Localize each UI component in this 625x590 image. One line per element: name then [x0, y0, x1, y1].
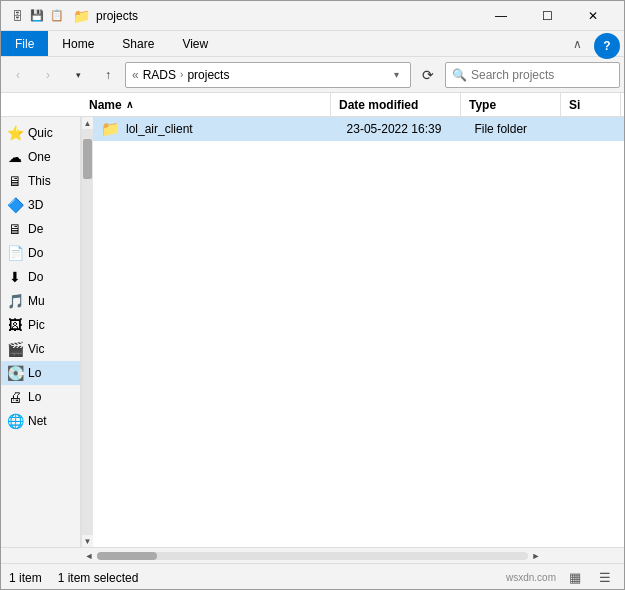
- col-header-date[interactable]: Date modified: [331, 93, 461, 116]
- refresh-button[interactable]: ⟳: [415, 62, 441, 88]
- scroll-up-button[interactable]: ▲: [82, 117, 94, 129]
- sidebar-label-local-drive: Lo: [28, 390, 41, 404]
- sidebar-item-local-disk[interactable]: 💽 Lo: [1, 361, 80, 385]
- window-title: projects: [96, 9, 478, 23]
- content-wrapper: ⭐ Quic ☁ One 🖥 This 🔷 3D 🖥 De 📄 Do ⬇ Do …: [1, 117, 624, 547]
- breadcrumb-rads: RADS: [143, 68, 176, 82]
- sidebar-label-quick-access: Quic: [28, 126, 53, 140]
- help-button[interactable]: ?: [594, 33, 620, 59]
- title-bar-system-icons: 🗄 💾 📋: [9, 8, 65, 24]
- h-scroll-thumb: [97, 552, 157, 560]
- recent-locations-button[interactable]: ▾: [65, 62, 91, 88]
- vertical-scrollbar[interactable]: ▲ ▼: [81, 117, 93, 547]
- quick-access-icon: 🗄: [9, 8, 25, 24]
- h-scroll-right-button[interactable]: ►: [528, 548, 544, 564]
- pictures-icon: 🖼: [7, 317, 23, 333]
- sidebar: ⭐ Quic ☁ One 🖥 This 🔷 3D 🖥 De 📄 Do ⬇ Do …: [1, 117, 81, 547]
- sidebar-label-local-disk: Lo: [28, 366, 41, 380]
- onedrive-icon: ☁: [7, 149, 23, 165]
- documents-icon: 📄: [7, 245, 23, 261]
- folder-icon: 📁: [101, 120, 120, 138]
- breadcrumb-projects: projects: [187, 68, 229, 82]
- desktop-icon: 🖥: [7, 221, 23, 237]
- window-controls: — ☐ ✕: [478, 1, 616, 31]
- local-drive-icon: 🖨: [7, 389, 23, 405]
- horizontal-scrollbar[interactable]: ◄ ►: [1, 547, 624, 563]
- selected-count: 1 item selected: [58, 571, 139, 585]
- sidebar-item-music[interactable]: 🎵 Mu: [1, 289, 80, 313]
- forward-button[interactable]: ›: [35, 62, 61, 88]
- file-type-cell: File folder: [466, 117, 564, 141]
- ribbon-expand-button[interactable]: ∧: [565, 31, 590, 56]
- h-scroll-track: [97, 552, 528, 560]
- column-headers: Name ∧ Date modified Type Si: [1, 93, 624, 117]
- sidebar-label-videos: Vic: [28, 342, 44, 356]
- file-area: 📁 lol_air_client 23-05-2022 16:39 File f…: [93, 117, 624, 547]
- status-right: wsxdn.com ▦ ☰: [506, 567, 616, 589]
- undo-icon: 📋: [49, 8, 65, 24]
- col-header-name[interactable]: Name ∧: [81, 93, 331, 116]
- item-count: 1 item: [9, 571, 42, 585]
- sidebar-item-quick-access[interactable]: ⭐ Quic: [1, 121, 80, 145]
- sidebar-label-network: Net: [28, 414, 47, 428]
- sidebar-item-pictures[interactable]: 🖼 Pic: [1, 313, 80, 337]
- sidebar-label-music: Mu: [28, 294, 45, 308]
- sidebar-label-desktop: De: [28, 222, 43, 236]
- folder-title-icon: 📁: [73, 8, 90, 24]
- tab-home[interactable]: Home: [48, 31, 108, 56]
- scroll-track: [82, 129, 93, 535]
- col-header-type[interactable]: Type: [461, 93, 561, 116]
- view-details-button[interactable]: ☰: [594, 567, 616, 589]
- sidebar-label-documents: Do: [28, 246, 43, 260]
- sidebar-item-downloads[interactable]: ⬇ Do: [1, 265, 80, 289]
- quick-access-icon: ⭐: [7, 125, 23, 141]
- table-row[interactable]: 📁 lol_air_client 23-05-2022 16:39 File f…: [93, 117, 624, 141]
- scroll-down-button[interactable]: ▼: [82, 535, 94, 547]
- title-bar: 🗄 💾 📋 📁 projects — ☐ ✕: [1, 1, 624, 31]
- sidebar-label-3d-objects: 3D: [28, 198, 43, 212]
- address-bar: ‹ › ▾ ↑ « RADS › projects ▾ ⟳ 🔍: [1, 57, 624, 93]
- network-icon: 🌐: [7, 413, 23, 429]
- tab-view[interactable]: View: [168, 31, 222, 56]
- downloads-icon: ⬇: [7, 269, 23, 285]
- sidebar-label-pictures: Pic: [28, 318, 45, 332]
- sidebar-item-network[interactable]: 🌐 Net: [1, 409, 80, 433]
- sidebar-item-documents[interactable]: 📄 Do: [1, 241, 80, 265]
- minimize-button[interactable]: —: [478, 1, 524, 31]
- address-dropdown-button[interactable]: ▾: [388, 67, 404, 83]
- tab-share[interactable]: Share: [108, 31, 168, 56]
- address-box[interactable]: « RADS › projects ▾: [125, 62, 411, 88]
- sidebar-item-desktop[interactable]: 🖥 De: [1, 217, 80, 241]
- file-size-cell: [565, 117, 624, 141]
- col-header-size[interactable]: Si: [561, 93, 621, 116]
- search-icon: 🔍: [452, 68, 467, 82]
- 3d-objects-icon: 🔷: [7, 197, 23, 213]
- file-name: lol_air_client: [126, 122, 193, 136]
- breadcrumb-sep-1: ›: [180, 69, 183, 80]
- this-pc-icon: 🖥: [7, 173, 23, 189]
- tab-file[interactable]: File: [1, 31, 48, 56]
- sort-arrow-icon: ∧: [126, 99, 133, 110]
- music-icon: 🎵: [7, 293, 23, 309]
- sidebar-item-this-pc[interactable]: 🖥 This: [1, 169, 80, 193]
- up-button[interactable]: ↑: [95, 62, 121, 88]
- sidebar-label-downloads: Do: [28, 270, 43, 284]
- h-scroll-left-button[interactable]: ◄: [81, 548, 97, 564]
- search-box[interactable]: 🔍: [445, 62, 620, 88]
- maximize-button[interactable]: ☐: [524, 1, 570, 31]
- save-icon: 💾: [29, 8, 45, 24]
- watermark-text: wsxdn.com: [506, 572, 556, 583]
- ribbon-tabs: File Home Share View ∧ ?: [1, 31, 624, 57]
- sidebar-item-3d-objects[interactable]: 🔷 3D: [1, 193, 80, 217]
- scroll-thumb: [83, 139, 92, 179]
- back-button[interactable]: ‹: [5, 62, 31, 88]
- sidebar-item-local-drive[interactable]: 🖨 Lo: [1, 385, 80, 409]
- breadcrumb: « RADS › projects: [132, 68, 229, 82]
- search-input[interactable]: [471, 68, 613, 82]
- sidebar-item-onedrive[interactable]: ☁ One: [1, 145, 80, 169]
- close-button[interactable]: ✕: [570, 1, 616, 31]
- view-large-icon-button[interactable]: ▦: [564, 567, 586, 589]
- status-bar: 1 item 1 item selected wsxdn.com ▦ ☰: [1, 563, 624, 590]
- sidebar-item-videos[interactable]: 🎬 Vic: [1, 337, 80, 361]
- videos-icon: 🎬: [7, 341, 23, 357]
